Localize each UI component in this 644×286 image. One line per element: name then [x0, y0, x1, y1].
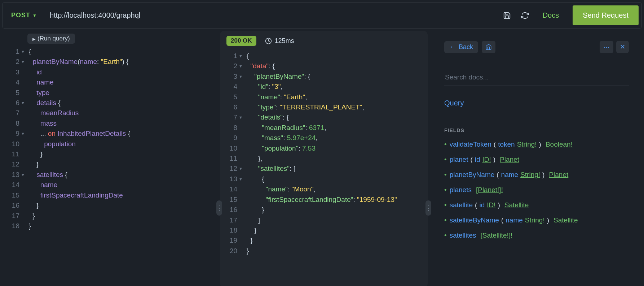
docs-arg-type[interactable]: String!: [525, 216, 545, 224]
docs-arg-name[interactable]: id: [475, 156, 480, 164]
fold-toggle-icon[interactable]: [239, 51, 245, 61]
fold-toggle-icon: [239, 133, 245, 143]
code-line[interactable]: 5 type: [2, 88, 217, 98]
url-input[interactable]: [43, 8, 503, 23]
code-line[interactable]: 20}: [220, 246, 428, 256]
fold-toggle-icon: [21, 211, 27, 221]
reload-icon[interactable]: [521, 12, 529, 20]
docs-return-type[interactable]: Satellite: [504, 201, 529, 209]
docs-home-button[interactable]: [482, 41, 495, 53]
docs-return-type[interactable]: Boolean!: [546, 140, 573, 148]
docs-close-button[interactable]: ✕: [616, 41, 629, 53]
docs-arg-name[interactable]: id: [479, 201, 485, 209]
code-line[interactable]: 8 "meanRadius": 6371,: [220, 123, 428, 133]
code-line[interactable]: 6 details {: [2, 98, 217, 108]
code-line[interactable]: 7 meanRadius: [2, 108, 217, 118]
fold-toggle-icon[interactable]: [239, 112, 245, 122]
code-line[interactable]: 16 }: [2, 200, 217, 211]
fold-toggle-icon[interactable]: [239, 164, 245, 174]
send-request-button[interactable]: Send Request: [573, 5, 639, 25]
save-icon[interactable]: [503, 12, 511, 20]
docs-panel: ← Back ⋯ ✕ Query FIELDS •validateToken(t…: [428, 31, 642, 286]
docs-search-input[interactable]: [444, 69, 629, 86]
docs-toggle[interactable]: Docs: [539, 11, 563, 20]
docs-arg-type[interactable]: String!: [520, 171, 540, 179]
docs-return-type[interactable]: Planet: [500, 156, 519, 164]
code-line[interactable]: 11 }: [2, 149, 217, 159]
code-line[interactable]: 14 "name": "Moon",: [220, 184, 428, 194]
code-line[interactable]: 15 firstSpacecraftLandingDate: [2, 190, 217, 200]
docs-arg-name[interactable]: token: [498, 140, 515, 148]
docs-field-name[interactable]: planets: [450, 186, 472, 194]
code-line[interactable]: 2 "data": {: [220, 61, 428, 71]
code-line[interactable]: 6 "type": "TERRESTRIAL_PLANET",: [220, 102, 428, 112]
code-line[interactable]: 17 ]: [220, 215, 428, 225]
fold-toggle-icon[interactable]: [21, 98, 27, 108]
code-line[interactable]: 12 }: [2, 159, 217, 169]
docs-field-name[interactable]: satellite: [450, 201, 473, 209]
code-line[interactable]: 16 }: [220, 205, 428, 215]
code-line[interactable]: 7 "details": {: [220, 112, 428, 122]
line-number: 12: [220, 164, 239, 174]
resize-handle-right[interactable]: ⋮: [425, 200, 431, 216]
fold-toggle-icon[interactable]: [239, 61, 245, 71]
code-line[interactable]: 2 planetByName(name: "Earth") {: [2, 57, 217, 67]
code-line[interactable]: 1{: [2, 47, 217, 57]
code-line[interactable]: 18}: [2, 221, 217, 231]
run-query-button[interactable]: (Run query): [27, 34, 75, 44]
code-line[interactable]: 3 "planetByName": {: [220, 72, 428, 82]
docs-more-button[interactable]: ⋯: [600, 41, 613, 53]
code-line[interactable]: 19 }: [220, 235, 428, 246]
code-line[interactable]: 11 },: [220, 153, 428, 164]
docs-arg-type[interactable]: ID!: [487, 201, 495, 209]
code-line[interactable]: 10 "population": 7.53: [220, 143, 428, 153]
docs-field-name[interactable]: planet: [450, 156, 468, 164]
docs-root-type[interactable]: Query: [444, 99, 629, 107]
code-line[interactable]: 14 name: [2, 180, 217, 190]
line-number: 16: [220, 205, 239, 215]
docs-return-type[interactable]: Satellite: [553, 216, 578, 224]
http-method-selector[interactable]: POST ▼: [5, 8, 43, 23]
docs-arg-name[interactable]: name: [506, 216, 523, 224]
code-line[interactable]: 15 "firstSpacecraftLandingDate": "1959-0…: [220, 195, 428, 205]
docs-field-name[interactable]: validateToken: [450, 140, 491, 148]
fold-toggle-icon[interactable]: [239, 174, 245, 184]
docs-return-type[interactable]: [Satellite!]!: [481, 231, 513, 239]
docs-arg-name[interactable]: name: [501, 171, 519, 179]
code-line[interactable]: 17 }: [2, 211, 217, 221]
fold-toggle-icon[interactable]: [21, 129, 27, 139]
docs-back-button[interactable]: ← Back: [444, 41, 478, 53]
code-line[interactable]: 3 id: [2, 67, 217, 77]
code-line[interactable]: 18 }: [220, 225, 428, 235]
code-line[interactable]: 4 name: [2, 77, 217, 87]
docs-return-type[interactable]: Planet: [549, 171, 568, 179]
code-line[interactable]: 4 "id": "3",: [220, 82, 428, 92]
fold-toggle-icon[interactable]: [239, 72, 245, 82]
code-line[interactable]: 9 "mass": 5.97e+24,: [220, 133, 428, 143]
docs-arg-type[interactable]: ID!: [482, 156, 491, 164]
code-line[interactable]: 9 ... on InhabitedPlanetDetails {: [2, 129, 217, 139]
code-line[interactable]: 5 "name": "Earth",: [220, 92, 428, 102]
code-line[interactable]: 13 satellites {: [2, 170, 217, 180]
docs-arg-type[interactable]: String!: [517, 140, 537, 148]
bullet-icon: •: [444, 201, 447, 209]
code-line[interactable]: 10 population: [2, 139, 217, 149]
docs-field-name[interactable]: planetByName: [450, 171, 495, 179]
docs-return-type[interactable]: [Planet!]!: [476, 186, 503, 194]
query-editor[interactable]: 1{2 planetByName(name: "Earth") {3 id4 n…: [2, 31, 217, 231]
code-line[interactable]: 13 {: [220, 174, 428, 184]
fold-toggle-icon: [21, 108, 27, 118]
line-number: 6: [2, 98, 21, 108]
fold-toggle-icon: [21, 190, 27, 200]
fold-toggle-icon[interactable]: [21, 57, 27, 67]
fold-toggle-icon[interactable]: [21, 170, 27, 180]
docs-field-name[interactable]: satellites: [450, 231, 476, 239]
resize-handle-left[interactable]: ⋮: [216, 200, 222, 216]
code-line[interactable]: 12 "satellites": [: [220, 164, 428, 174]
code-line[interactable]: 1{: [220, 51, 428, 61]
fold-toggle-icon[interactable]: [21, 47, 27, 57]
docs-field-name[interactable]: satelliteByName: [450, 216, 499, 224]
code-line[interactable]: 8 mass: [2, 118, 217, 129]
result-viewer[interactable]: 1{2 "data": {3 "planetByName": {4 "id": …: [220, 51, 428, 256]
fold-toggle-icon: [21, 77, 27, 87]
